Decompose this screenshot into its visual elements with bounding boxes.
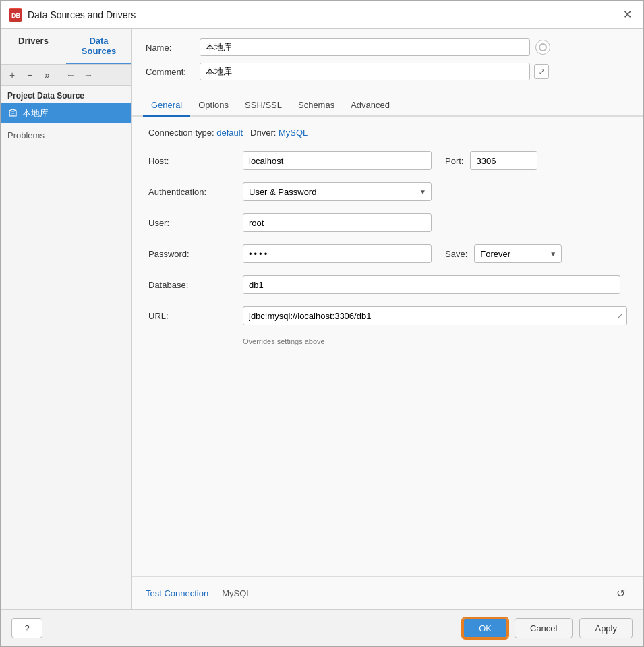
sidebar: Drivers Data Sources + − » ← → Project D… (1, 29, 132, 609)
url-row: URL: ⤢ (148, 306, 627, 325)
sidebar-toolbar: + − » ← → (1, 65, 131, 86)
forward-button[interactable]: → (81, 67, 96, 82)
dialog-window: DB Data Sources and Drivers ✕ Drivers Da… (0, 0, 644, 647)
user-row: User: (148, 213, 627, 232)
comment-label: Comment: (146, 67, 200, 77)
database-icon (7, 108, 18, 119)
port-label: Port: (445, 156, 463, 166)
tab-sshssl[interactable]: SSH/SSL (237, 94, 290, 117)
conn-type-label: Connection type: (148, 128, 214, 138)
overrides-text: Overrides settings above (243, 337, 627, 345)
host-row: Host: Port: (148, 151, 627, 170)
url-expand-icon[interactable]: ⤢ (617, 312, 623, 320)
url-input-wrapper: ⤢ (243, 306, 627, 325)
tab-schemas[interactable]: Schemas (290, 94, 343, 117)
conn-type-value[interactable]: default (216, 128, 243, 138)
connection-panel: Connection type: default Driver: MySQL H… (132, 117, 643, 576)
save-select[interactable]: Forever Until restart Never (474, 244, 562, 263)
tab-advanced[interactable]: Advanced (343, 94, 398, 117)
app-icon: DB (9, 8, 22, 22)
sidebar-problems[interactable]: Problems (1, 123, 131, 147)
right-panel: Name: Comment: ⤢ General Options SSH/SSL… (132, 29, 643, 609)
more-button[interactable]: » (40, 67, 55, 82)
test-connection-link[interactable]: Test Connection (146, 588, 208, 598)
save-select-wrapper: Forever Until restart Never ▼ (474, 244, 562, 263)
name-input[interactable] (200, 38, 530, 56)
name-label: Name: (146, 43, 200, 53)
title-bar: DB Data Sources and Drivers ✕ (1, 1, 643, 29)
close-button[interactable]: ✕ (619, 7, 635, 23)
password-input[interactable] (243, 244, 432, 263)
url-input[interactable] (243, 306, 627, 325)
svg-text:DB: DB (11, 12, 20, 19)
url-label: URL: (148, 311, 243, 321)
user-input[interactable] (243, 213, 432, 232)
user-label: User: (148, 218, 243, 228)
auth-row: Authentication: User & Password No auth … (148, 182, 627, 201)
tab-general[interactable]: General (143, 94, 190, 117)
password-row: Password: Save: Forever Until restart Ne… (148, 244, 627, 263)
tab-options[interactable]: Options (190, 94, 237, 117)
name-row: Name: (146, 38, 630, 56)
refresh-button[interactable]: ↺ (611, 584, 630, 602)
comment-row: Comment: ⤢ (146, 63, 630, 80)
apply-button[interactable]: Apply (579, 618, 633, 638)
driver-label: Driver: (250, 128, 276, 138)
comment-expand-button[interactable]: ⤢ (534, 64, 549, 79)
toolbar-divider (59, 69, 59, 80)
host-input[interactable] (243, 151, 432, 170)
host-label: Host: (148, 156, 243, 166)
comment-input[interactable] (200, 63, 530, 80)
sidebar-item-label: 本地库 (22, 107, 49, 119)
sidebar-nav-data-sources[interactable]: Data Sources (66, 29, 131, 64)
form-header: Name: Comment: ⤢ (132, 29, 643, 94)
driver-value[interactable]: MySQL (279, 128, 308, 138)
database-row: Database: (148, 275, 627, 294)
port-input[interactable] (470, 151, 537, 170)
dialog-footer: ? OK Cancel Apply (1, 609, 643, 646)
remove-button[interactable]: − (22, 67, 37, 82)
database-input[interactable] (243, 275, 620, 294)
back-button[interactable]: ← (63, 67, 78, 82)
database-label: Database: (148, 280, 243, 290)
sidebar-item-db[interactable]: 本地库 (1, 103, 131, 123)
ok-button[interactable]: OK (463, 618, 508, 638)
auth-select-wrapper: User & Password No auth Windows credenti… (243, 182, 432, 201)
conn-type-row: Connection type: default Driver: MySQL (148, 128, 627, 138)
bottom-panel: Test Connection MySQL ↺ (132, 576, 643, 609)
sidebar-nav-drivers[interactable]: Drivers (1, 29, 66, 64)
sidebar-nav: Drivers Data Sources (1, 29, 131, 65)
auth-label: Authentication: (148, 187, 243, 197)
sidebar-section-label: Project Data Source (1, 86, 131, 103)
save-label: Save: (445, 249, 467, 259)
cancel-button[interactable]: Cancel (515, 618, 573, 638)
help-button[interactable]: ? (11, 618, 42, 638)
tabs-bar: General Options SSH/SSL Schemas Advanced (132, 94, 643, 117)
add-button[interactable]: + (5, 67, 20, 82)
password-label: Password: (148, 249, 243, 259)
dialog-title: Data Sources and Drivers (28, 9, 136, 20)
mysql-label: MySQL (222, 588, 251, 598)
auth-select[interactable]: User & Password No auth Windows credenti… (243, 182, 432, 201)
